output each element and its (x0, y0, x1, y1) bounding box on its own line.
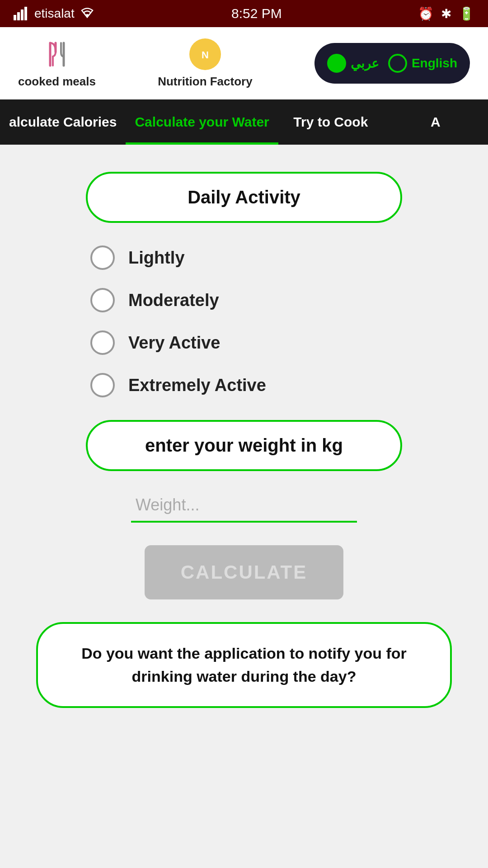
calculate-button[interactable]: CALCULATE (145, 545, 343, 599)
header: cooked meals N Nutrition Factory عربي En… (0, 27, 488, 99)
arabic-option[interactable]: عربي (327, 54, 379, 73)
main-content: Daily Activity Lightly Moderately Very A… (0, 145, 488, 735)
radio-circle-moderately (90, 288, 115, 312)
radio-extremely-active[interactable]: Extremely Active (90, 373, 452, 397)
radio-label-very-active: Very Active (128, 333, 221, 353)
english-label: English (412, 56, 457, 71)
activity-radio-group: Lightly Moderately Very Active Extremely… (36, 245, 452, 397)
tab-calculate-calories[interactable]: alculate Calories (0, 99, 126, 145)
svg-rect-0 (14, 15, 16, 20)
nutrition-icon: N (189, 38, 221, 70)
wifi-icon (79, 7, 95, 20)
weight-section: enter your weight in kg (36, 420, 452, 523)
tab-extra[interactable]: A (383, 99, 488, 145)
weight-input[interactable] (131, 489, 357, 523)
fork-knife-icon (41, 38, 73, 70)
radio-circle-lightly (90, 245, 115, 270)
nutrition-factory-label: Nutrition Factory (158, 75, 252, 89)
status-right: ⏰ ✱ 🔋 (418, 6, 474, 21)
alarm-icon: ⏰ (418, 6, 434, 21)
battery-icon: 🔋 (459, 6, 474, 21)
bluetooth-icon: ✱ (441, 6, 451, 21)
daily-activity-label: Daily Activity (86, 172, 402, 223)
radio-label-extremely-active: Extremely Active (128, 376, 266, 395)
notification-box[interactable]: Do you want the application to notify yo… (36, 622, 452, 708)
svg-text:N: N (202, 49, 209, 61)
tab-calculate-water[interactable]: Calculate your Water (126, 99, 278, 145)
nutrition-factory-nav[interactable]: N Nutrition Factory (158, 38, 252, 89)
tab-bar: alculate Calories Calculate your Water T… (0, 99, 488, 145)
status-left: etisalat (14, 6, 95, 21)
radio-circle-very-active (90, 330, 115, 355)
english-option[interactable]: English (388, 54, 457, 73)
status-bar: etisalat 8:52 PM ⏰ ✱ 🔋 (0, 0, 488, 27)
radio-label-lightly: Lightly (128, 248, 185, 268)
cooked-meals-label: cooked meals (18, 75, 96, 89)
radio-circle-extremely-active (90, 373, 115, 397)
weight-label: enter your weight in kg (86, 420, 402, 471)
svg-rect-2 (21, 9, 23, 20)
radio-label-moderately: Moderately (128, 291, 219, 310)
svg-rect-3 (24, 7, 27, 20)
english-circle (388, 54, 407, 73)
carrier-name: etisalat (34, 6, 75, 21)
tab-try-to-cook[interactable]: Try to Cook (278, 99, 383, 145)
svg-rect-1 (17, 12, 20, 20)
status-time: 8:52 PM (231, 6, 282, 21)
arabic-circle (327, 54, 346, 73)
radio-moderately[interactable]: Moderately (90, 288, 452, 312)
radio-very-active[interactable]: Very Active (90, 330, 452, 355)
radio-lightly[interactable]: Lightly (90, 245, 452, 270)
cooked-meals-nav[interactable]: cooked meals (18, 38, 96, 89)
arabic-label: عربي (351, 56, 379, 71)
signal-icon (14, 7, 30, 20)
language-toggle[interactable]: عربي English (314, 43, 470, 84)
